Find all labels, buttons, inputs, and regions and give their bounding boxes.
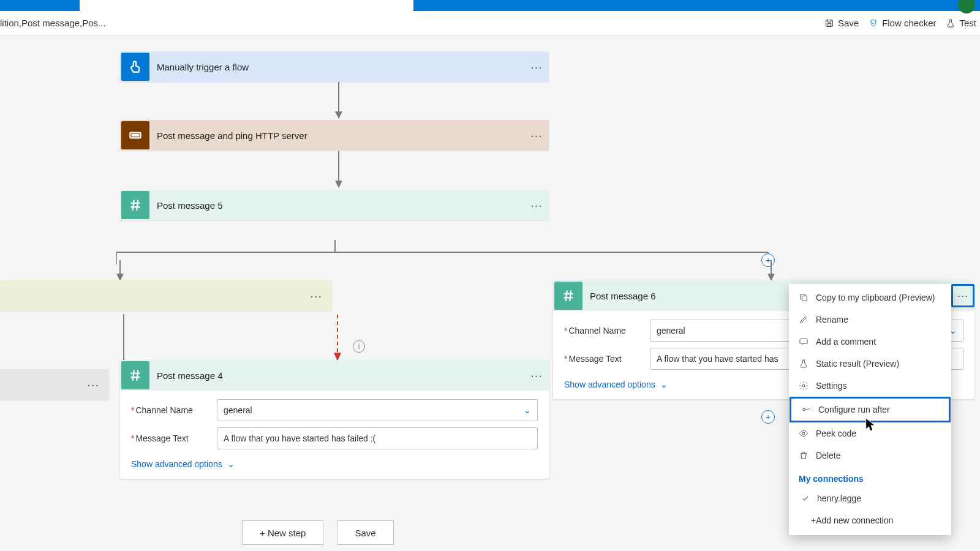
flask-icon <box>799 359 809 369</box>
scope-icon <box>121 121 149 149</box>
add-step-button[interactable]: + <box>761 410 775 424</box>
action-bar: lition,Post message,Pos... Save Flow che… <box>0 11 980 36</box>
gear-icon <box>799 381 809 391</box>
app-top-bar <box>0 0 980 11</box>
connection-item[interactable]: henry.legge <box>789 487 951 509</box>
field-label: *Message Text <box>131 433 217 443</box>
save-action[interactable]: Save <box>824 18 859 28</box>
menu-add-comment[interactable]: Add a comment <box>789 331 951 353</box>
step-title: Post message and ping HTTP server <box>151 130 524 141</box>
message-text-field[interactable] <box>224 433 531 443</box>
run-after-icon <box>801 405 811 414</box>
svg-line-21 <box>133 370 134 380</box>
field-label: *Channel Name <box>564 326 650 335</box>
check-icon <box>801 494 810 503</box>
branch-card-left[interactable]: ··· <box>0 280 332 311</box>
svg-point-30 <box>803 408 805 411</box>
menu-settings[interactable]: Settings <box>789 375 951 397</box>
new-step-button[interactable]: + New step <box>242 520 323 545</box>
add-connection-link[interactable]: +Add new connection <box>789 509 951 533</box>
step-menu-button[interactable]: ··· <box>951 284 974 307</box>
flow-checker-action[interactable]: Flow checker <box>869 18 936 28</box>
save-button[interactable]: Save <box>337 520 393 545</box>
svg-rect-28 <box>800 339 807 343</box>
svg-rect-27 <box>802 296 807 301</box>
step-post-message-5[interactable]: Post message 5 ··· <box>120 190 549 220</box>
svg-line-22 <box>137 370 138 380</box>
svg-line-10 <box>133 200 134 210</box>
menu-static-result[interactable]: Static result (Preview) <box>789 353 951 375</box>
svg-marker-3 <box>335 111 342 119</box>
save-label: Save <box>838 18 859 28</box>
channel-select[interactable]: general ⌄ <box>217 399 538 421</box>
chevron-down-icon: ⌄ <box>227 459 235 469</box>
info-icon[interactable]: i <box>353 340 365 353</box>
svg-point-31 <box>802 432 805 435</box>
test-action[interactable]: Test <box>946 18 976 28</box>
connections-header: My connections <box>789 467 951 487</box>
step-scope[interactable]: Post message and ping HTTP server ··· <box>120 120 549 151</box>
flow-checker-icon <box>869 18 878 28</box>
step-menu-button[interactable]: ··· <box>524 198 549 212</box>
step-title: Manually trigger a flow <box>151 62 524 72</box>
show-advanced-link[interactable]: Show advanced options⌄ <box>131 455 538 471</box>
save-icon <box>824 18 834 28</box>
search-input[interactable] <box>80 0 413 11</box>
hash-icon <box>121 361 149 389</box>
field-label: *Channel Name <box>131 405 217 415</box>
svg-rect-1 <box>827 23 831 26</box>
svg-line-11 <box>137 200 138 210</box>
copy-icon <box>799 293 809 302</box>
chevron-down-icon: ⌄ <box>660 380 668 389</box>
message-text-input[interactable] <box>217 427 538 449</box>
flask-icon <box>946 18 956 28</box>
step-menu-button[interactable]: ··· <box>310 289 322 303</box>
connector-arrow <box>116 260 124 281</box>
chevron-down-icon: ⌄ <box>524 405 531 415</box>
collapsed-step-left[interactable]: ··· <box>0 369 109 400</box>
svg-point-29 <box>802 384 805 387</box>
menu-copy[interactable]: Copy to my clipboard (Preview) <box>789 287 951 309</box>
svg-rect-0 <box>826 20 833 26</box>
flow-checker-label: Flow checker <box>882 18 936 28</box>
flow-canvas[interactable]: Manually trigger a flow ··· Post message… <box>0 36 980 551</box>
menu-peek-code[interactable]: Peek code <box>789 422 951 444</box>
trash-icon <box>799 451 809 460</box>
step-title: Post message 5 <box>151 200 524 211</box>
step-menu-button[interactable]: ··· <box>524 60 549 74</box>
menu-delete[interactable]: Delete <box>789 444 951 467</box>
step-title: Post message 4 <box>151 370 524 381</box>
manual-trigger-icon <box>121 53 149 81</box>
connector-arrow <box>767 260 775 281</box>
footer-actions: + New step Save <box>242 520 394 545</box>
context-menu: Copy to my clipboard (Preview) Rename Ad… <box>789 284 951 535</box>
svg-marker-7 <box>335 181 342 188</box>
svg-line-26 <box>570 290 571 301</box>
step-menu-button[interactable]: ··· <box>87 378 99 392</box>
pencil-icon <box>799 315 809 324</box>
branch-connector <box>116 240 778 260</box>
svg-line-25 <box>566 290 567 301</box>
step-menu-button[interactable]: ··· <box>524 129 549 143</box>
comment-icon <box>799 337 809 347</box>
eye-icon <box>799 429 809 438</box>
menu-rename[interactable]: Rename <box>789 309 951 331</box>
test-label: Test <box>959 18 976 28</box>
menu-configure-run-after[interactable]: Configure run after <box>790 397 951 422</box>
hash-icon <box>554 282 582 310</box>
field-label: *Message Text <box>564 354 650 364</box>
connector-arrow <box>334 151 343 188</box>
hash-icon <box>121 191 149 219</box>
step-menu-button[interactable]: ··· <box>524 369 549 383</box>
channel-value: general <box>224 405 252 415</box>
flow-title[interactable]: lition,Post message,Pos... <box>0 18 106 28</box>
channel-value: general <box>657 326 685 335</box>
svg-rect-5 <box>132 135 139 136</box>
error-connector <box>333 315 342 361</box>
connector-arrow <box>334 82 343 119</box>
step-post-message-4[interactable]: Post message 4 ··· *Channel Name general… <box>120 360 549 479</box>
step-trigger[interactable]: Manually trigger a flow ··· <box>120 51 549 82</box>
